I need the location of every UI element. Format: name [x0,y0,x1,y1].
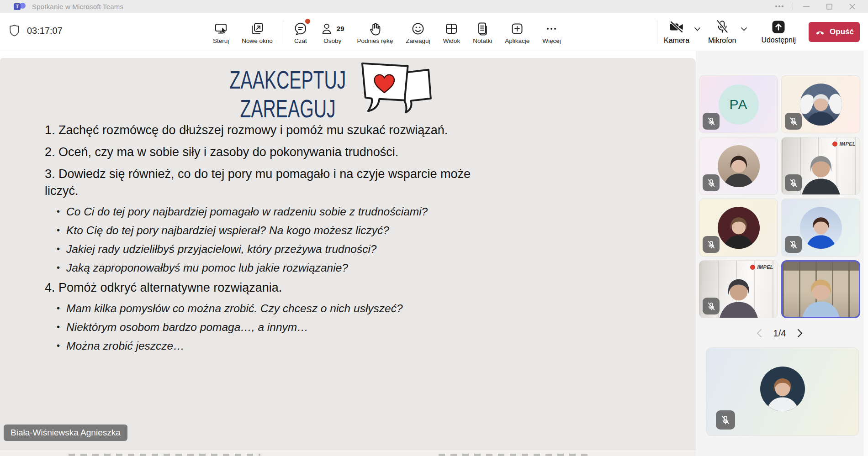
toolbar-divider [657,20,657,44]
react-button[interactable]: Zareaguj [399,13,436,51]
maximize-button[interactable] [820,0,839,12]
avatar [718,207,760,249]
chat-notification-badge [305,19,310,24]
hangup-phone-icon [815,26,826,37]
bullet-marker: • [57,204,60,219]
participant-tile[interactable] [781,75,860,133]
initials-avatar: PA [719,84,759,125]
participant-tile[interactable]: IMPEL [699,260,778,318]
window-titlebar: T Spotkanie w Microsoft Teams [0,0,868,13]
speech-bubbles-heart-illustration [355,59,432,126]
bullet-marker: • [57,223,60,237]
previous-page-icon[interactable] [753,327,765,339]
participant-tile[interactable] [781,199,860,257]
participant-tile[interactable]: PA [699,75,778,133]
smiley-icon [411,20,425,36]
more-dots-icon [544,20,559,36]
apps-plus-icon [510,20,524,36]
new-window-icon [250,20,265,36]
microphone-options-chevron-icon[interactable] [741,27,747,31]
notes-icon [475,20,490,36]
slide-bullet-item: •Mam kilka pomysłów co można zrobić. Czy… [57,301,502,315]
notes-button[interactable]: Notatki [466,13,498,51]
teams-app-icon: T [14,2,26,10]
slide-list: 1. Zachęć rozmówcę do dłuższej rozmowy i… [45,122,502,357]
camera-options-chevron-icon[interactable] [694,27,701,31]
bullet-marker: • [57,242,60,256]
impel-logo-dot-icon [832,142,837,147]
chat-button[interactable]: Czat [287,13,314,51]
slide-item: 1. Zachęć rozmówcę do dłuższej rozmowy i… [45,122,502,139]
participant-tile[interactable]: IMPEL [781,137,860,195]
background-window-strip [0,450,696,456]
slide-bullet-item: •Kto Cię do tej pory najbardziej wspiera… [57,223,502,237]
video-silhouette [790,276,852,318]
gallery-view-icon [444,20,459,36]
muted-microphone-icon [703,113,720,130]
share-button[interactable]: Udostępnij [758,20,799,44]
slide-bullet-item: •Niektórym osobom bardzo pomaga…, a inny… [57,320,502,334]
people-count: 29 [337,25,344,32]
participant-tile[interactable] [781,260,860,318]
slide-bullet-item: •Jakiej rady udzieliłbyś przyjacielowi, … [57,242,502,256]
raise-hand-button[interactable]: Podnieś rękę [351,13,400,51]
avatar [800,207,842,249]
people-icon [321,21,334,36]
share-screen-icon [771,20,786,36]
gallery-pagination: 1/4 [699,323,860,343]
leave-button[interactable]: Opuść [809,22,860,42]
next-page-icon[interactable] [794,327,806,339]
slide-item: 2. Oceń, czy ma w sobie siły i zasoby do… [45,144,502,161]
presenter-name-label: Biała-Wiśniewska Agnieszka [4,425,127,441]
participant-tile[interactable] [699,137,778,195]
slide-title: ZAAKCEPTUJ ZAREAGUJ [192,65,384,123]
spotlight-participant-tile[interactable] [706,347,859,436]
slide-bullet-item: •Można zrobić jeszcze… [57,339,502,353]
bullet-marker: • [57,301,60,315]
muted-microphone-icon [703,298,720,314]
camera-off-icon [668,19,685,37]
muted-microphone-icon [703,236,720,253]
participants-sidebar: PA [696,51,868,456]
control-button[interactable]: Steruj [206,13,235,51]
chat-icon [293,20,308,36]
presentation-slide: ZAAKCEPTUJ ZAREAGUJ 1. Zachęć rozmówcę d… [0,58,696,450]
meeting-toolbar: 03:17:07 Steruj Nowe okno [0,13,868,51]
scrollbar[interactable] [863,51,868,456]
impel-logo-dot-icon [750,265,755,270]
slide-item: 3. Dowiedz się również, co do tej pory m… [45,166,502,199]
view-button[interactable]: Widok [437,13,467,51]
bullet-marker: • [57,339,60,353]
muted-microphone-icon [785,236,802,253]
bullet-marker: • [57,320,60,334]
minimize-button[interactable] [797,0,816,12]
avatar [800,84,842,126]
new-window-button[interactable]: Nowe okno [235,13,279,51]
muted-microphone-icon [785,174,802,191]
avatar [760,367,805,411]
close-button[interactable] [842,0,862,12]
slide-bullet-item: •Jaką zaproponowałbyś mu pomoc lub jakie… [57,261,502,275]
microphone-button[interactable]: Mikrofon [705,19,739,45]
slide-item: 4. Pomóż odkryć alternatywne rozwiązania… [45,279,502,296]
apps-button[interactable]: Aplikacje [498,13,536,51]
shared-content-stage: ZAAKCEPTUJ ZAREAGUJ 1. Zachęć rozmówcę d… [0,51,696,456]
remote-control-icon [214,20,228,36]
muted-microphone-icon [716,410,735,430]
raise-hand-icon [368,20,382,36]
titlebar-divider [793,3,793,10]
window-menu-icon[interactable] [770,0,789,12]
people-button[interactable]: 29 Osoby [314,13,351,51]
avatar [718,145,760,187]
window-title: Spotkanie w Microsoft Teams [32,3,123,10]
toolbar-divider [283,20,283,44]
microphone-off-icon [715,19,730,37]
muted-microphone-icon [785,113,802,130]
participant-tile[interactable] [699,199,778,257]
page-indicator: 1/4 [773,328,786,339]
muted-microphone-icon [703,174,720,191]
more-button[interactable]: Więcej [536,13,567,51]
shield-icon [8,24,21,37]
meeting-timer: 03:17:07 [27,26,63,36]
camera-button[interactable]: Kamera [661,19,692,45]
